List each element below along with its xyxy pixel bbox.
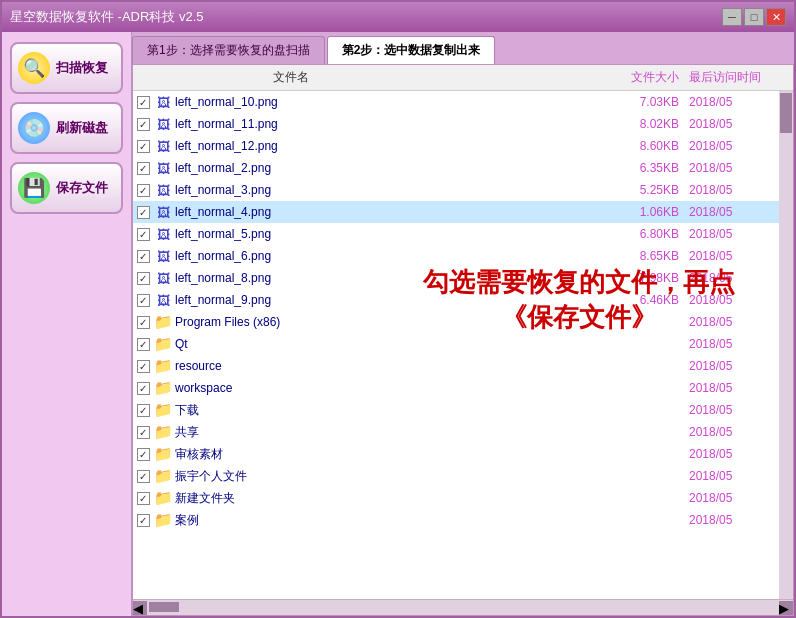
- file-icon: 🖼: [153, 205, 173, 220]
- file-checkbox[interactable]: ✓: [133, 360, 153, 373]
- file-checkbox[interactable]: ✓: [133, 206, 153, 219]
- file-checkbox[interactable]: ✓: [133, 426, 153, 439]
- file-checkbox[interactable]: ✓: [133, 514, 153, 527]
- file-list-container: 文件名 文件大小 最后访问时间 ✓🖼left_normal_10.png7.03…: [132, 64, 794, 616]
- file-icon: 🖼: [153, 271, 173, 286]
- table-row[interactable]: ✓🖼left_normal_11.png8.02KB2018/05: [133, 113, 779, 135]
- file-name: left_normal_12.png: [173, 139, 589, 153]
- file-icon: 🖼: [153, 249, 173, 264]
- file-checkbox[interactable]: ✓: [133, 448, 153, 461]
- table-row[interactable]: ✓🖼left_normal_9.png6.46KB2018/05: [133, 289, 779, 311]
- file-date: 2018/05: [689, 227, 779, 241]
- file-size: 6.46KB: [589, 293, 689, 307]
- table-row[interactable]: ✓📁Qt2018/05: [133, 333, 779, 355]
- file-checkbox[interactable]: ✓: [133, 382, 153, 395]
- table-row[interactable]: ✓📁新建文件夹2018/05: [133, 487, 779, 509]
- table-row[interactable]: ✓🖼left_normal_8.png7.98KB2018/05: [133, 267, 779, 289]
- file-icon: 🖼: [153, 293, 173, 308]
- close-button[interactable]: ✕: [766, 8, 786, 26]
- file-date: 2018/05: [689, 381, 779, 395]
- file-date: 2018/05: [689, 491, 779, 505]
- table-row[interactable]: ✓🖼left_normal_6.png8.65KB2018/05: [133, 245, 779, 267]
- table-row[interactable]: ✓📁振宇个人文件2018/05: [133, 465, 779, 487]
- checkbox-box: ✓: [137, 250, 150, 263]
- main-area: 第1步：选择需要恢复的盘扫描 第2步：选中数据复制出来 文件名 文件大小 最后访…: [132, 32, 794, 616]
- h-scroll-thumb[interactable]: [149, 602, 179, 612]
- file-checkbox[interactable]: ✓: [133, 162, 153, 175]
- file-checkbox[interactable]: ✓: [133, 470, 153, 483]
- tabs: 第1步：选择需要恢复的盘扫描 第2步：选中数据复制出来: [132, 32, 794, 64]
- file-checkbox[interactable]: ✓: [133, 272, 153, 285]
- save-file-label: 保存文件: [56, 179, 108, 197]
- file-date: 2018/05: [689, 447, 779, 461]
- file-checkbox[interactable]: ✓: [133, 228, 153, 241]
- save-icon: 💾: [18, 172, 50, 204]
- table-row[interactable]: ✓🖼left_normal_4.png1.06KB2018/05: [133, 201, 779, 223]
- file-name: workspace: [173, 381, 589, 395]
- table-row[interactable]: ✓🖼left_normal_3.png5.25KB2018/05: [133, 179, 779, 201]
- vertical-scrollbar[interactable]: [779, 91, 793, 599]
- file-checkbox[interactable]: ✓: [133, 316, 153, 329]
- scan-icon: 🔍: [18, 52, 50, 84]
- file-checkbox[interactable]: ✓: [133, 250, 153, 263]
- minimize-button[interactable]: ─: [722, 8, 742, 26]
- file-checkbox[interactable]: ✓: [133, 140, 153, 153]
- app-title: 星空数据恢复软件 -ADR科技 v2.5: [10, 8, 204, 26]
- h-scroll-left-arrow[interactable]: ◀: [133, 601, 147, 615]
- table-row[interactable]: ✓📁resource2018/05: [133, 355, 779, 377]
- table-row[interactable]: ✓🖼left_normal_12.png8.60KB2018/05: [133, 135, 779, 157]
- file-checkbox[interactable]: ✓: [133, 294, 153, 307]
- checkbox-box: ✓: [137, 382, 150, 395]
- table-row[interactable]: ✓📁Program Files (x86)2018/05: [133, 311, 779, 333]
- table-row[interactable]: ✓🖼left_normal_2.png6.35KB2018/05: [133, 157, 779, 179]
- file-checkbox[interactable]: ✓: [133, 184, 153, 197]
- file-size: 7.03KB: [589, 95, 689, 109]
- checkbox-box: ✓: [137, 492, 150, 505]
- file-checkbox[interactable]: ✓: [133, 404, 153, 417]
- checkbox-box: ✓: [137, 404, 150, 417]
- file-name: Program Files (x86): [173, 315, 589, 329]
- refresh-disk-button[interactable]: 💿 刷新磁盘: [10, 102, 123, 154]
- tab-step1[interactable]: 第1步：选择需要恢复的盘扫描: [132, 36, 325, 64]
- table-row[interactable]: ✓🖼left_normal_5.png6.80KB2018/05: [133, 223, 779, 245]
- file-list[interactable]: ✓🖼left_normal_10.png7.03KB2018/05✓🖼left_…: [133, 91, 779, 599]
- table-row[interactable]: ✓📁审核素材2018/05: [133, 443, 779, 465]
- file-date: 2018/05: [689, 161, 779, 175]
- file-size: 8.02KB: [589, 117, 689, 131]
- file-date: 2018/05: [689, 271, 779, 285]
- file-name: left_normal_11.png: [173, 117, 589, 131]
- checkbox-box: ✓: [137, 360, 150, 373]
- file-list-scroll-area: ✓🖼left_normal_10.png7.03KB2018/05✓🖼left_…: [133, 91, 793, 599]
- file-checkbox[interactable]: ✓: [133, 492, 153, 505]
- table-row[interactable]: ✓📁下载2018/05: [133, 399, 779, 421]
- tab-step2[interactable]: 第2步：选中数据复制出来: [327, 36, 496, 64]
- checkbox-box: ✓: [137, 206, 150, 219]
- file-name: 振宇个人文件: [173, 468, 589, 485]
- scan-recover-button[interactable]: 🔍 扫描恢复: [10, 42, 123, 94]
- file-checkbox[interactable]: ✓: [133, 338, 153, 351]
- file-name: left_normal_2.png: [173, 161, 589, 175]
- h-scroll-track: [147, 600, 779, 615]
- table-row[interactable]: ✓🖼left_normal_10.png7.03KB2018/05: [133, 91, 779, 113]
- table-row[interactable]: ✓📁workspace2018/05: [133, 377, 779, 399]
- file-icon: 🖼: [153, 95, 173, 110]
- file-name: 新建文件夹: [173, 490, 589, 507]
- save-file-button[interactable]: 💾 保存文件: [10, 162, 123, 214]
- file-icon: 🖼: [153, 139, 173, 154]
- h-scroll-right-arrow[interactable]: ▶: [779, 601, 793, 615]
- horizontal-scrollbar[interactable]: ◀ ▶: [133, 599, 793, 615]
- refresh-icon: 💿: [18, 112, 50, 144]
- checkbox-box: ✓: [137, 118, 150, 131]
- table-row[interactable]: ✓📁共享2018/05: [133, 421, 779, 443]
- file-name: left_normal_4.png: [173, 205, 589, 219]
- col-name-header: 文件名: [133, 69, 589, 86]
- checkbox-box: ✓: [137, 184, 150, 197]
- table-row[interactable]: ✓📁案例2018/05: [133, 509, 779, 531]
- maximize-button[interactable]: □: [744, 8, 764, 26]
- sidebar: 🔍 扫描恢复 💿 刷新磁盘 💾 保存文件: [2, 32, 132, 616]
- file-date: 2018/05: [689, 315, 779, 329]
- file-checkbox[interactable]: ✓: [133, 96, 153, 109]
- checkbox-box: ✓: [137, 140, 150, 153]
- file-checkbox[interactable]: ✓: [133, 118, 153, 131]
- file-icon: 🖼: [153, 183, 173, 198]
